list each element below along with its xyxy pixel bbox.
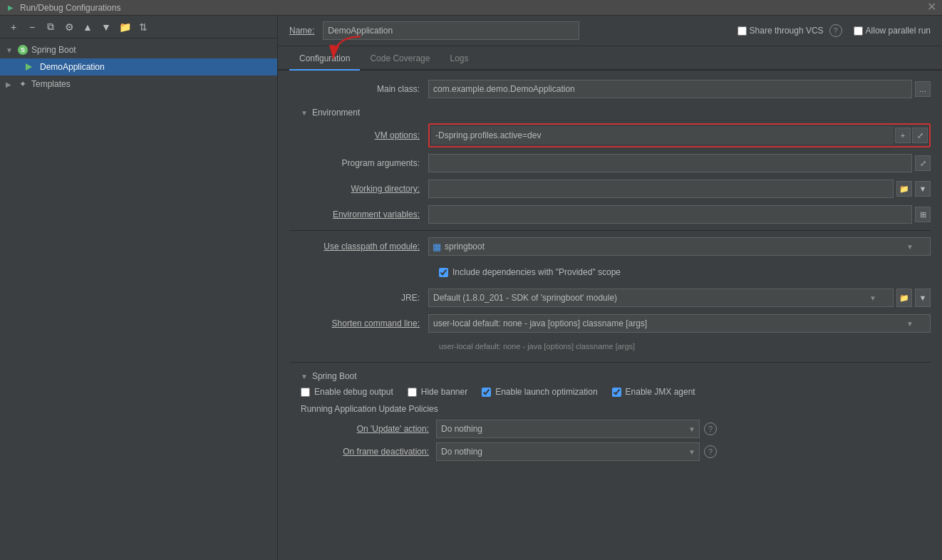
share-vcs-help-icon[interactable]: ? [829,24,842,37]
right-panel: Name: Share through VCS ? Allow parallel… [278,16,942,560]
jre-dropdown-button[interactable]: ▼ [915,289,931,307]
tab-configuration[interactable]: Configuration [289,49,360,71]
shorten-cmd-label: Shorten command line: [289,318,428,328]
working-dir-row: Working directory: 📁 ▼ [289,179,931,199]
name-input[interactable] [323,21,579,40]
spring-boot-arrow[interactable]: ▼ [301,373,308,380]
vm-options-expand-button[interactable]: ⤢ [912,128,928,143]
remove-button[interactable]: − [24,19,40,35]
on-update-dropdown-wrap: Do nothing Update resources Update class… [436,420,717,438]
classpath-select[interactable]: springboot [428,237,931,256]
enable-launch-row: Enable launch optimization [482,387,597,397]
header-row: Name: Share through VCS ? Allow parallel… [278,16,942,46]
hide-banner-label: Hide banner [421,387,467,397]
program-args-expand-button[interactable]: ⤢ [915,155,931,171]
on-frame-help-icon[interactable]: ? [704,445,717,458]
main-class-label: Main class: [289,84,428,94]
enable-jmx-checkbox[interactable] [612,388,621,397]
shorten-cmd-value-text: user-local default: none - java [options… [439,342,635,351]
enable-launch-checkbox[interactable] [482,388,491,397]
copy-button[interactable]: ⧉ [43,19,58,35]
working-dir-input[interactable] [428,180,894,198]
vm-options-label: VM options: [289,130,428,140]
on-update-help-icon[interactable]: ? [704,422,717,435]
share-vcs-item: Share through VCS ? [737,24,842,37]
program-args-row: Program arguments: ⤢ [289,153,931,173]
include-deps-label: Include dependencies with "Provided" sco… [452,267,621,277]
jre-field: Default (1.8.0_201 - SDK of 'springboot'… [428,289,931,307]
vm-options-field: + ⤢ [428,123,931,147]
templates-icon: ✦ [17,78,29,90]
separator-2 [289,362,931,363]
spring-boot-group-icon: S [17,44,29,56]
env-vars-btn[interactable]: ⊞ [915,207,931,222]
env-section-arrow[interactable]: ▼ [301,109,308,117]
down-button[interactable]: ▼ [98,19,114,35]
tree-item-springboot[interactable]: ▼ S Spring Boot [0,41,277,58]
enable-debug-checkbox[interactable] [301,388,310,397]
main-class-row: Main class: … [289,79,931,99]
vm-options-row: VM options: + ⤢ [289,123,931,147]
vm-options-input[interactable] [431,126,894,145]
share-vcs-checkbox[interactable] [737,26,747,36]
env-vars-label: Environment variables: [289,209,428,219]
parallel-run-label: Allow parallel run [866,26,931,36]
classpath-label: Use classpath of module: [289,242,428,252]
enable-jmx-label: Enable JMX agent [626,387,695,397]
main-class-field: … [428,80,931,98]
env-vars-input[interactable] [428,205,912,224]
classpath-row: Use classpath of module: ▦ springboot ▼ [289,237,931,256]
tree-item-templates[interactable]: ▶ ✦ Templates [0,76,277,93]
spring-boot-section-header: ▼ Spring Boot [301,371,931,381]
include-deps-checkbox[interactable] [439,268,448,277]
spring-boot-options: Enable debug output Hide banner Enable l… [301,387,931,397]
tree-label-templates: Templates [31,79,71,89]
jre-label: JRE: [289,293,428,303]
shorten-cmd-value-display: user-local default: none - java [options… [439,336,931,356]
folder-button[interactable]: 📁 [117,19,133,35]
title-bar-text: Run/Debug Configurations [20,3,120,13]
env-section-label: Environment [312,108,360,118]
name-label: Name: [289,26,314,36]
app-icon: ▶ [6,3,16,13]
tree-area: ▼ S Spring Boot DemoApplication ▶ ✦ Temp… [0,38,277,560]
tab-code-coverage[interactable]: Code Coverage [360,49,440,71]
tree-item-demoapplication[interactable]: DemoApplication [0,58,277,76]
jre-browse-button[interactable]: 📁 [896,289,912,307]
close-button[interactable]: ✕ [927,1,936,13]
enable-debug-row: Enable debug output [301,387,393,397]
parallel-run-checkbox[interactable] [854,26,863,36]
classpath-dropdown-wrap: ▦ springboot ▼ [428,237,931,256]
shorten-cmd-row: Shorten command line: user-local default… [289,313,931,333]
hide-banner-checkbox[interactable] [408,388,417,397]
settings-button[interactable]: ⚙ [61,19,77,35]
program-args-input[interactable] [428,154,912,172]
main-class-input[interactable] [428,80,912,98]
on-update-select[interactable]: Do nothing Update resources Update class… [436,420,700,438]
on-frame-select[interactable]: Do nothing Update resources Update class… [436,442,700,461]
main-class-browse-button[interactable]: … [915,81,931,97]
program-args-label: Program arguments: [289,158,428,168]
parallel-run-item: Allow parallel run [854,26,931,36]
tab-logs[interactable]: Logs [440,49,478,71]
up-button[interactable]: ▲ [80,19,95,35]
toolbar: + − ⧉ ⚙ ▲ ▼ 📁 ⇅ [0,16,277,38]
hide-banner-row: Hide banner [408,387,467,397]
shorten-cmd-select[interactable]: user-local default: none - java [options… [428,314,931,333]
jre-row: JRE: Default (1.8.0_201 - SDK of 'spring… [289,288,931,308]
spring-boot-section-label: Spring Boot [312,371,357,381]
add-button[interactable]: + [6,19,21,35]
separator-1 [289,230,931,231]
policies-section: Running Application Update Policies On '… [301,404,931,461]
on-frame-dropdown-wrap: Do nothing Update resources Update class… [436,442,717,461]
tree-arrow-templates: ▶ [6,81,16,88]
working-dir-dropdown-button[interactable]: ▼ [915,181,931,197]
jre-select[interactable]: Default (1.8.0_201 - SDK of 'springboot'… [428,289,894,307]
content-area: Main class: … ▼ Environment VM options: … [278,71,942,560]
on-update-label: On 'Update' action: [301,424,429,434]
vm-options-add-button[interactable]: + [895,128,911,143]
tree-label-springboot: Spring Boot [31,45,76,55]
spring-boot-section: ▼ Spring Boot Enable debug output Hide b… [289,371,931,461]
sort-button[interactable]: ⇅ [135,19,151,35]
working-dir-browse-button[interactable]: 📁 [896,181,912,197]
